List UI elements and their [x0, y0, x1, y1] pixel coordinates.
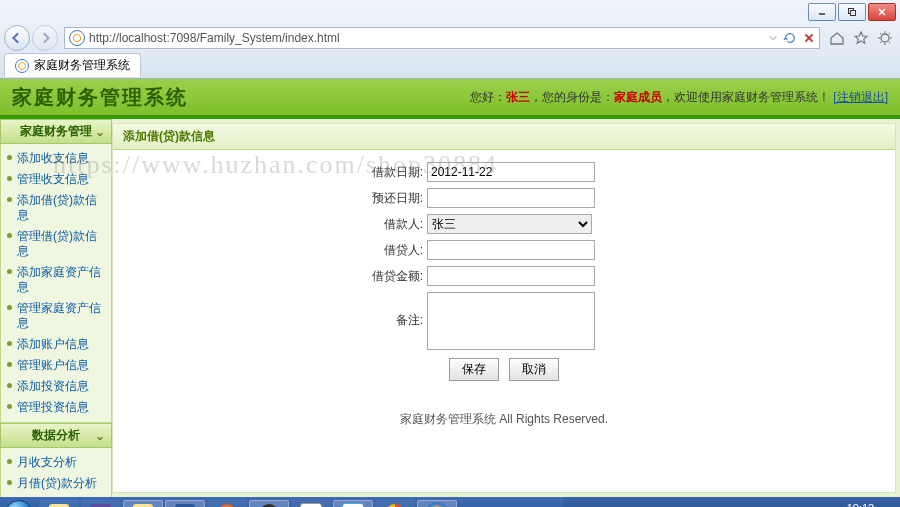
- sidebar-group-analysis[interactable]: 数据分析⌄: [0, 423, 112, 448]
- svg-rect-2: [851, 11, 856, 16]
- dropdown-icon[interactable]: [769, 34, 777, 42]
- sidebar-item[interactable]: 添加借(贷)款信息: [1, 190, 111, 226]
- taskbar-item-qq[interactable]: [249, 500, 289, 507]
- tab-row: 家庭财务管理系统: [0, 52, 900, 78]
- forward-button[interactable]: [32, 25, 58, 51]
- close-button[interactable]: [868, 3, 896, 21]
- taskbar-item-app2[interactable]: [291, 500, 331, 507]
- sidebar-item[interactable]: 管理账户信息: [1, 355, 111, 376]
- clock[interactable]: 10:12 2012/11/22: [827, 502, 894, 507]
- cancel-button[interactable]: 取消: [509, 358, 559, 381]
- footer: 家庭财务管理系统 All Rights Reserved.: [113, 393, 895, 446]
- amount-input[interactable]: [427, 266, 595, 286]
- tab-title: 家庭财务管理系统: [34, 57, 130, 74]
- return-date-label: 预还日期:: [333, 190, 427, 207]
- date-label: 借款日期:: [333, 164, 427, 181]
- refresh-icon[interactable]: [783, 31, 797, 45]
- lender-input[interactable]: [427, 240, 595, 260]
- sidebar-item[interactable]: 月借(贷)款分析: [1, 473, 111, 494]
- user-status: 您好：张三，您的身份是：家庭成员，欢迎使用家庭财务管理系统！ [注销退出]: [470, 89, 888, 106]
- browser-chrome: http://localhost:7098/Family_System/inde…: [0, 0, 900, 79]
- stop-icon[interactable]: [803, 32, 815, 44]
- sidebar-group-finance[interactable]: 家庭财务管理⌄: [0, 119, 112, 144]
- logout-link[interactable]: [注销退出]: [833, 90, 888, 104]
- window-controls: [0, 0, 900, 24]
- sidebar-item[interactable]: 添加账户信息: [1, 334, 111, 355]
- role: 家庭成员: [614, 90, 662, 104]
- taskbar-item-ie[interactable]: [417, 500, 457, 507]
- taskbar-item-notepad[interactable]: [333, 500, 373, 507]
- save-button[interactable]: 保存: [449, 358, 499, 381]
- url-text: http://localhost:7098/Family_System/inde…: [89, 31, 340, 45]
- sidebar-item[interactable]: 管理投资信息: [1, 397, 111, 418]
- date-input[interactable]: [427, 162, 595, 182]
- return-date-input[interactable]: [427, 188, 595, 208]
- note-textarea[interactable]: [427, 292, 595, 350]
- sidebar: 家庭财务管理⌄ 添加收支信息管理收支信息添加借(贷)款信息管理借(贷)款信息添加…: [0, 119, 112, 497]
- taskbar-item-folder[interactable]: [123, 500, 163, 507]
- windows-orb-icon: [5, 500, 33, 507]
- address-bar[interactable]: http://localhost:7098/Family_System/inde…: [64, 27, 820, 49]
- sidebar-list-finance: 添加收支信息管理收支信息添加借(贷)款信息管理借(贷)款信息添加家庭资产信息管理…: [0, 144, 112, 423]
- sidebar-item[interactable]: 月收支分析: [1, 452, 111, 473]
- browser-tab[interactable]: 家庭财务管理系统: [4, 53, 141, 77]
- minimize-button[interactable]: [808, 3, 836, 21]
- sidebar-item[interactable]: 添加投资信息: [1, 376, 111, 397]
- ie-icon: [69, 30, 85, 46]
- amount-label: 借贷金额:: [333, 268, 427, 285]
- sidebar-item[interactable]: 管理家庭资产信息: [1, 298, 111, 334]
- sidebar-item[interactable]: 家庭资产分析: [1, 494, 111, 497]
- taskbar-item-word[interactable]: W: [165, 500, 205, 507]
- svg-point-7: [881, 34, 889, 42]
- app-title: 家庭财务管理系统: [12, 84, 188, 111]
- address-row: http://localhost:7098/Family_System/inde…: [0, 24, 900, 52]
- sidebar-item[interactable]: 管理收支信息: [1, 169, 111, 190]
- sidebar-item[interactable]: 添加收支信息: [1, 148, 111, 169]
- ie-icon: [15, 59, 29, 73]
- chevron-icon: ⌄: [95, 125, 105, 139]
- app: 家庭财务管理系统 您好：张三，您的身份是：家庭成员，欢迎使用家庭财务管理系统！ …: [0, 79, 900, 497]
- borrower-label: 借款人:: [333, 216, 427, 233]
- start-button[interactable]: [0, 497, 38, 507]
- note-label: 备注:: [333, 292, 427, 329]
- form: 借款日期: 预还日期: 借款人:张三 借贷人: 借贷金额: 备注: 保存 取消: [113, 150, 895, 393]
- lender-label: 借贷人:: [333, 242, 427, 259]
- tools-icon[interactable]: [874, 27, 896, 49]
- taskbar-item-app1[interactable]: [207, 500, 247, 507]
- sidebar-list-analysis: 月收支分析月借(贷)款分析家庭资产分析账户分析投资分析: [0, 448, 112, 497]
- borrower-select[interactable]: 张三: [427, 214, 592, 234]
- system-tray: 10:12 2012/11/22: [563, 497, 900, 507]
- sidebar-item[interactable]: 管理借(贷)款信息: [1, 226, 111, 262]
- clock-time: 10:12: [833, 502, 888, 507]
- chevron-icon: ⌄: [95, 429, 105, 443]
- sidebar-item[interactable]: 添加家庭资产信息: [1, 262, 111, 298]
- back-button[interactable]: [4, 25, 30, 51]
- taskbar-item-vs[interactable]: ∞: [81, 500, 121, 507]
- panel-title: 添加借(贷)款信息: [113, 124, 895, 150]
- maximize-button[interactable]: [838, 3, 866, 21]
- taskbar-item-chrome[interactable]: [375, 500, 415, 507]
- taskbar-item-explorer[interactable]: [39, 500, 79, 507]
- username: 张三: [506, 90, 530, 104]
- app-header: 家庭财务管理系统 您好：张三，您的身份是：家庭成员，欢迎使用家庭财务管理系统！ …: [0, 79, 900, 116]
- main-panel: https://www.huzhan.com/shop30884 添加借(贷)款…: [112, 123, 896, 493]
- favorites-icon[interactable]: [850, 27, 872, 49]
- taskbar: ∞ W 10:12 2012/11/22: [0, 497, 900, 507]
- home-icon[interactable]: [826, 27, 848, 49]
